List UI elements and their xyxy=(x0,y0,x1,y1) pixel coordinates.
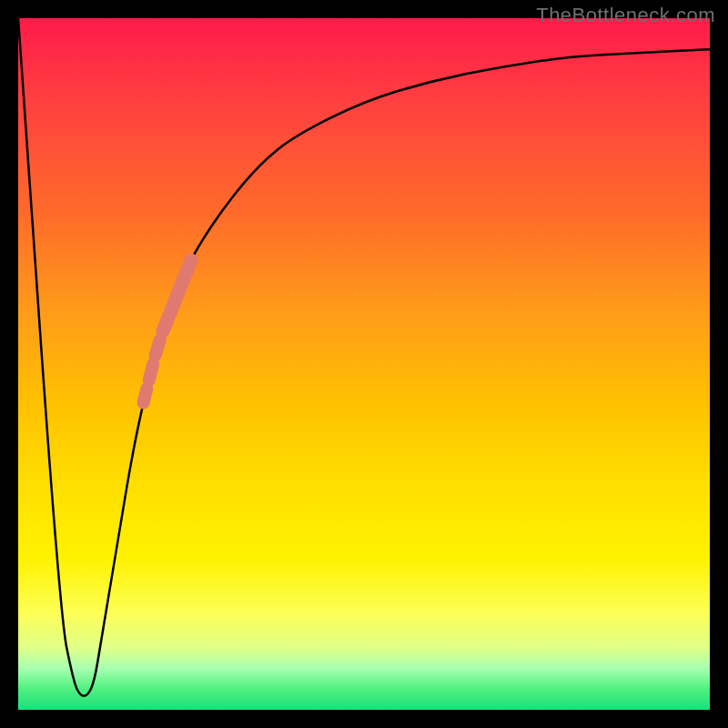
marker-group xyxy=(144,260,191,403)
attribution-watermark: TheBottleneck.com xyxy=(536,4,715,27)
chart-root: TheBottleneck.com xyxy=(0,0,728,728)
chart-overlay xyxy=(18,18,710,710)
marker-dot-c xyxy=(149,364,154,380)
bottleneck-curve xyxy=(18,18,710,696)
marker-segment xyxy=(163,260,191,331)
marker-dot-b xyxy=(155,339,159,355)
marker-dot-d xyxy=(144,389,147,402)
